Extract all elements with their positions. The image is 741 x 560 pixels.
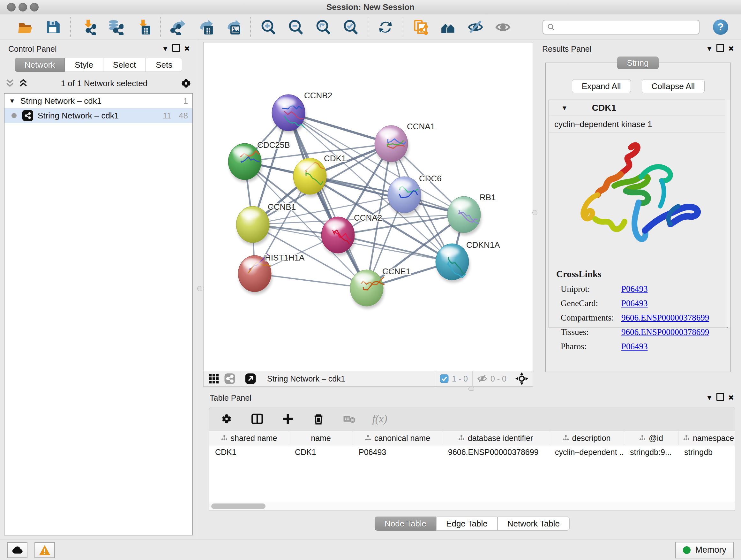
collapse-all-chevron-icon[interactable]	[4, 78, 15, 88]
tab-sets[interactable]: Sets	[146, 58, 182, 72]
control-panel-float-icon[interactable]	[171, 44, 182, 54]
table-cell[interactable]: stringdb	[678, 445, 735, 459]
entry-header[interactable]: ▼ CDK1	[549, 100, 727, 116]
table-panel-close-icon[interactable]: ✖	[726, 394, 737, 402]
table-cell[interactable]: stringdb:9...	[624, 445, 678, 459]
import-table-icon[interactable]	[135, 19, 151, 36]
crosslink-link[interactable]: P06493	[621, 284, 648, 294]
control-panel-close-icon[interactable]: ✖	[182, 45, 192, 53]
memory-button[interactable]: Memory	[675, 542, 734, 558]
table-row[interactable]: CDK1CDK1P064939606.ENSP00000378699cyclin…	[209, 445, 735, 459]
column-header-shared-name[interactable]: shared name	[209, 431, 289, 445]
crosslink-link[interactable]: 9606.ENSP00000378699	[621, 327, 709, 337]
string-share-icon[interactable]	[224, 373, 235, 384]
warning-button[interactable]	[35, 542, 55, 558]
window-zoom-button[interactable]	[30, 3, 39, 11]
node-CCNB1[interactable]	[236, 206, 270, 245]
window-close-button[interactable]	[7, 3, 16, 11]
table-panel-menu-icon[interactable]: ▼	[704, 394, 715, 402]
table-horizontal-scrollbar[interactable]	[209, 502, 735, 510]
window-minimize-button[interactable]	[18, 3, 27, 11]
import-network-icon[interactable]	[80, 19, 96, 36]
column-header-name[interactable]: name	[289, 431, 353, 445]
import-network-from-database-icon[interactable]	[107, 19, 124, 36]
table-cell[interactable]: cyclin–dependent ...	[549, 445, 624, 459]
hidden-eye-icon[interactable]	[477, 374, 487, 384]
column-header-database-identifier[interactable]: database identifier	[442, 431, 549, 445]
export-image-icon[interactable]	[225, 19, 241, 36]
zoom-out-icon[interactable]	[287, 19, 304, 36]
right-splitter-handle[interactable]	[532, 210, 537, 215]
tab-network-table[interactable]: Network Table	[497, 516, 569, 531]
left-splitter-handle[interactable]	[197, 286, 202, 291]
cloud-button[interactable]	[7, 542, 27, 558]
column-header-namespace[interactable]: namespace	[678, 431, 735, 445]
export-network-icon[interactable]	[170, 19, 186, 36]
refresh-icon[interactable]	[377, 19, 394, 36]
first-neighbors-icon[interactable]	[440, 19, 456, 36]
node-CCNA1[interactable]	[375, 125, 409, 165]
save-session-icon[interactable]	[45, 19, 61, 36]
column-header--id[interactable]: @id	[624, 431, 678, 445]
results-tab-string[interactable]: String	[617, 57, 659, 69]
node-CCNE1[interactable]	[350, 270, 385, 309]
crosslink-link[interactable]: P06493	[621, 299, 648, 308]
node-CDKN1A[interactable]	[435, 244, 470, 283]
new-network-from-selection-icon[interactable]	[412, 19, 429, 36]
zoom-fit-icon[interactable]	[315, 19, 331, 36]
tab-edge-table[interactable]: Edge Table	[436, 516, 497, 531]
tab-select[interactable]: Select	[103, 58, 146, 72]
column-header-description[interactable]: description	[549, 431, 624, 445]
delete-icon[interactable]	[310, 411, 327, 427]
table-cell[interactable]: CDK1	[209, 445, 289, 459]
birdseye-navigator-icon[interactable]	[515, 372, 528, 385]
node-CDC6[interactable]	[388, 177, 422, 215]
export-table-icon[interactable]	[197, 19, 214, 36]
node-CCNA2[interactable]	[321, 217, 355, 256]
results-panel-float-icon[interactable]	[715, 44, 726, 54]
expand-all-button[interactable]: Expand All	[572, 79, 631, 93]
control-panel-menu-icon[interactable]: ▼	[160, 45, 171, 53]
grid-view-icon[interactable]	[208, 373, 219, 384]
network-collection-row[interactable]: ▼ String Network – cdk1 1	[4, 94, 192, 108]
table-cell[interactable]: 9606.ENSP00000378699	[442, 445, 549, 459]
open-session-icon[interactable]	[17, 19, 34, 36]
tab-node-table[interactable]: Node Table	[375, 516, 436, 531]
selected-checkbox-icon[interactable]	[440, 374, 449, 383]
results-scrollbar[interactable]	[725, 100, 731, 327]
collection-expand-triangle-icon[interactable]: ▼	[9, 98, 15, 105]
split-panel-icon[interactable]	[249, 411, 266, 427]
crosslink-link[interactable]: P06493	[621, 341, 648, 352]
table-panel-float-icon[interactable]	[715, 393, 726, 403]
horizontal-splitter-handle[interactable]	[468, 387, 474, 391]
network-canvas[interactable]: CCNB2 CCNA1 CDC25B CDK1 CDC6	[203, 42, 533, 371]
search-input[interactable]	[558, 22, 695, 32]
crosslink-link[interactable]: 9606.ENSP00000378699	[621, 313, 709, 323]
search-box[interactable]	[542, 20, 699, 35]
tab-style[interactable]: Style	[65, 58, 103, 72]
collapse-all-button[interactable]: Collapse All	[642, 79, 705, 93]
expand-all-chevron-icon[interactable]	[18, 78, 29, 88]
table-cell[interactable]: CDK1	[289, 445, 353, 459]
clear-table-icon[interactable]	[341, 411, 357, 427]
node-RB1[interactable]	[448, 196, 482, 235]
node-CCNB2[interactable]	[272, 95, 306, 133]
tab-network[interactable]: Network	[15, 58, 65, 72]
entry-collapse-triangle-icon[interactable]: ▼	[561, 105, 568, 112]
open-in-new-window-icon[interactable]	[245, 373, 256, 384]
add-column-icon[interactable]	[280, 411, 296, 427]
function-builder-icon[interactable]: f(x)	[372, 411, 388, 427]
network-row[interactable]: String Network – cdk1 11 48	[4, 108, 192, 123]
results-panel-close-icon[interactable]: ✖	[726, 45, 737, 53]
table-cell[interactable]: P06493	[353, 445, 442, 459]
zoom-selected-icon[interactable]	[342, 19, 359, 36]
hide-selected-icon[interactable]	[467, 19, 484, 36]
zoom-in-icon[interactable]	[260, 19, 276, 36]
help-button[interactable]: ?	[713, 19, 728, 35]
node-CDK1[interactable]	[293, 158, 327, 197]
table-gear-icon[interactable]	[218, 411, 235, 427]
results-panel-menu-icon[interactable]: ▼	[704, 45, 715, 53]
show-all-icon[interactable]	[495, 19, 511, 36]
network-options-gear-icon[interactable]	[180, 77, 192, 90]
column-header-canonical-name[interactable]: canonical name	[353, 431, 442, 445]
